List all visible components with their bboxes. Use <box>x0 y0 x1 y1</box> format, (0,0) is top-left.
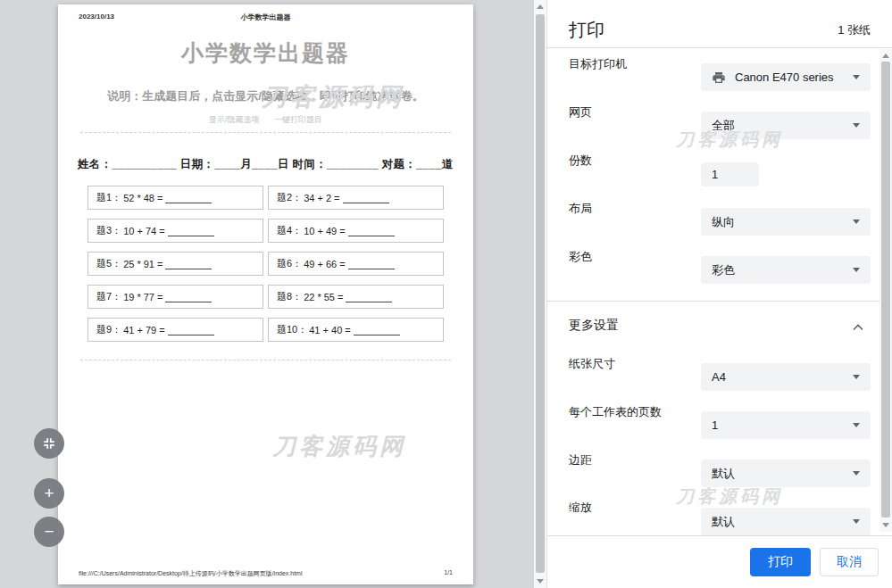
paper-size-value: A4 <box>712 370 853 384</box>
problem-label: 题3： <box>96 224 121 237</box>
problem-label: 题6： <box>277 257 302 270</box>
margins-select[interactable]: 默认 <box>701 460 871 487</box>
answer-blank <box>348 226 395 236</box>
answer-blank <box>346 292 392 302</box>
problem-box-5: 题5：25 * 91 = <box>88 252 263 276</box>
paper-size-label: 纸张尺寸 <box>569 356 615 372</box>
print-footer-page-number: 1/1 <box>444 569 453 578</box>
watermark: 刀客源码网 <box>272 431 406 462</box>
scroll-down-icon[interactable] <box>537 579 544 584</box>
pages-per-sheet-select[interactable]: 1 <box>701 411 871 439</box>
chevron-down-icon <box>853 423 860 427</box>
print-footer-url: file:///C:/Users/Administrator/Desktop/待… <box>79 569 303 578</box>
preview-scrollbar-thumb[interactable] <box>536 14 545 573</box>
settings-scrollbar[interactable] <box>879 49 892 532</box>
chevron-down-icon <box>853 75 860 79</box>
copies-value: 1 <box>712 168 718 181</box>
problem-expression: 52 * 48 = <box>123 193 163 203</box>
problem-box-3: 题3：10 + 74 = <box>88 219 263 243</box>
scroll-up-icon[interactable] <box>882 54 889 58</box>
pages-select[interactable]: 全部 <box>701 112 871 139</box>
print-header-title: 小学数学出题器 <box>241 12 291 22</box>
color-label: 彩色 <box>569 249 592 265</box>
settings-scrollbar-thumb[interactable] <box>881 62 890 518</box>
section-divider <box>547 301 892 302</box>
print-header-date: 2023/10/13 <box>79 12 114 21</box>
print-questions-button[interactable]: 一键打印题目 <box>274 115 322 124</box>
chevron-up-icon <box>853 319 863 335</box>
fit-to-page-button[interactable] <box>34 428 64 459</box>
print-preview-area: 2023/10/13 小学数学出题器 小学数学出题器 说明：生成题目后，点击显示… <box>0 0 534 588</box>
more-settings-toggle[interactable]: 更多设置 <box>547 311 879 339</box>
problem-label: 题4： <box>277 224 302 237</box>
copies-input[interactable]: 1 <box>701 162 759 186</box>
problem-expression: 10 + 74 = <box>123 226 165 236</box>
pages-value: 全部 <box>712 118 853 134</box>
color-select[interactable]: 彩色 <box>701 256 871 284</box>
preview-scrollbar[interactable] <box>534 0 547 588</box>
layout-select[interactable]: 纵向 <box>701 208 871 236</box>
dashed-divider-bottom <box>80 360 451 360</box>
problem-expression: 34 + 2 = <box>304 193 339 203</box>
problem-box-6: 题6：49 + 66 = <box>268 252 444 276</box>
layout-value: 纵向 <box>712 214 853 230</box>
print-button[interactable]: 打印 <box>750 548 811 576</box>
problem-box-7: 题7：19 * 77 = <box>88 285 263 309</box>
problem-box-10: 题10：41 + 40 = <box>268 318 444 342</box>
problem-box-1: 题1：52 * 48 = <box>88 186 263 210</box>
problem-label: 题2： <box>277 191 302 204</box>
cancel-button[interactable]: 取消 <box>820 548 879 576</box>
destination-select[interactable]: Canon E470 series <box>701 63 871 91</box>
destination-label: 目标打印机 <box>569 56 627 72</box>
problem-expression: 49 + 66 = <box>304 259 346 269</box>
problem-label: 题9： <box>96 323 121 336</box>
pages-label: 网页 <box>569 104 592 120</box>
instructions-text: 说明：生成题目后，点击显示/隐藏选项，即可打印纯净试卷。 <box>58 88 473 104</box>
zoom-in-button[interactable]: + <box>34 478 64 509</box>
layout-label: 布局 <box>569 201 592 217</box>
pages-per-sheet-value: 1 <box>712 418 853 432</box>
sheet-count: 1 张纸 <box>838 22 871 38</box>
problem-label: 题8： <box>277 290 302 303</box>
zoom-out-button[interactable]: − <box>34 517 64 547</box>
toggle-options-button[interactable]: 显示/隐藏选项 <box>209 115 260 124</box>
more-settings-label: 更多设置 <box>569 318 619 334</box>
problem-expression: 41 + 40 = <box>309 325 351 335</box>
problem-label: 题10： <box>277 323 307 336</box>
margins-label: 边距 <box>569 452 592 468</box>
problem-expression: 41 + 79 = <box>123 325 165 335</box>
pages-per-sheet-label: 每个工作表的页数 <box>569 404 662 420</box>
answer-blank <box>168 325 214 335</box>
answer-blank <box>165 292 212 302</box>
dashed-divider-top <box>80 132 451 133</box>
answer-blank <box>354 325 400 335</box>
chevron-down-icon <box>853 268 860 272</box>
answer-blank <box>165 259 212 269</box>
fit-to-page-icon <box>42 436 56 451</box>
student-info-line: 姓名：__________ 日期：____月____日 时间：________ … <box>58 157 473 172</box>
problem-box-8: 题8：22 * 55 = <box>268 285 444 309</box>
problem-box-2: 题2：34 + 2 = <box>268 186 444 210</box>
copies-label: 份数 <box>569 153 592 169</box>
answer-blank <box>343 193 389 203</box>
scroll-down-icon[interactable] <box>882 523 889 527</box>
problem-expression: 25 * 91 = <box>123 259 163 269</box>
print-settings-panel: 打印 1 张纸 目标打印机 Canon E470 series 网页 全部 份数… <box>547 0 892 588</box>
plus-icon: + <box>44 484 54 503</box>
chevron-down-icon <box>853 471 860 476</box>
problems-grid: 题1：52 * 48 = 题2：34 + 2 = 题3：10 + 74 = 题4… <box>88 186 444 342</box>
print-footer: file:///C:/Users/Administrator/Desktop/待… <box>79 569 453 578</box>
destination-value: Canon E470 series <box>735 70 853 84</box>
panel-body: 目标打印机 Canon E470 series 网页 全部 份数 1 布局 纵向… <box>547 49 879 534</box>
problem-box-4: 题4：10 + 49 = <box>268 219 444 243</box>
panel-header: 打印 1 张纸 <box>547 0 892 48</box>
answer-blank <box>168 226 214 236</box>
printer-icon <box>712 70 726 85</box>
scale-select[interactable]: 默认 <box>701 508 871 535</box>
problem-expression: 22 * 55 = <box>304 292 343 302</box>
page-title: 小学数学出题器 <box>58 38 473 68</box>
scroll-up-icon[interactable] <box>537 4 544 9</box>
panel-footer: 打印 取消 <box>547 535 892 588</box>
paper-size-select[interactable]: A4 <box>701 363 871 391</box>
scale-value: 默认 <box>712 514 853 530</box>
